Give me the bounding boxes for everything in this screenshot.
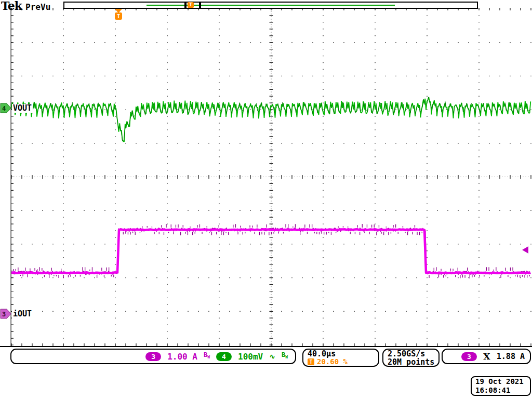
trigger-position-row: T 20.60 % bbox=[308, 358, 348, 366]
trigger-slope-icon: X bbox=[483, 351, 490, 362]
datetime-box: 19 Oct 2021 16:08:41 bbox=[471, 376, 531, 396]
timebase-value: 40.0µs bbox=[308, 350, 336, 358]
ch4-bandwidth-icon: BW bbox=[282, 352, 288, 361]
ch4-position-marker-number: 4 bbox=[2, 105, 6, 112]
date-value: 19 Oct 2021 bbox=[475, 377, 524, 386]
ch4-badge[interactable]: 4 bbox=[216, 352, 232, 361]
acquisition-readout[interactable]: 2.50GS/s 20M points bbox=[382, 349, 440, 367]
acquisition-mode: PreVu bbox=[25, 2, 50, 12]
brand-logo: Tek bbox=[1, 0, 22, 12]
sample-rate-value: 2.50GS/s bbox=[388, 350, 425, 358]
vertical-scale-readout[interactable]: 3 1.00 A BW 4 100mV ∿ BW bbox=[10, 349, 296, 364]
ch4-scale: 100mV bbox=[238, 352, 263, 362]
trigger-readout[interactable]: 3 X 1.88 A bbox=[442, 349, 531, 364]
acquisition-preview-bar[interactable]: T bbox=[63, 2, 478, 9]
ch3-position-marker-number: 3 bbox=[2, 311, 6, 318]
record-length-value: 20M points bbox=[388, 358, 434, 366]
record-extent-line bbox=[147, 5, 395, 6]
trigger-source-badge[interactable]: 3 bbox=[461, 352, 477, 361]
trigger-position-letter: T bbox=[117, 13, 121, 20]
ch3-waveform-label: iOUT bbox=[12, 310, 33, 318]
logo: Tek PreVu bbox=[1, 0, 50, 12]
ch4-waveform-label: VOUT bbox=[12, 104, 33, 113]
readout-separator bbox=[0, 346, 532, 347]
iout-trace-band bbox=[11, 228, 530, 274]
iout-trace-noise bbox=[13, 224, 530, 278]
vout-trace-shade bbox=[11, 97, 530, 141]
trigger-level-arrow[interactable] bbox=[522, 246, 528, 254]
window-bracket-left bbox=[184, 3, 187, 8]
trigger-level-value: 1.88 A bbox=[497, 352, 525, 361]
trigger-position-value: 20.60 % bbox=[317, 358, 348, 366]
trigger-t-icon: T bbox=[308, 358, 314, 365]
ch4-coupling-icon: ∿ bbox=[269, 352, 275, 361]
trigger-position-marker[interactable] bbox=[114, 8, 123, 13]
horizontal-readout[interactable]: 40.0µs T 20.60 % bbox=[302, 349, 379, 367]
scope-display: T43 bbox=[0, 0, 532, 399]
ch3-scale: 1.00 A bbox=[167, 352, 197, 362]
time-value: 16:08:41 bbox=[475, 386, 510, 395]
ch3-badge[interactable]: 3 bbox=[145, 352, 161, 361]
trigger-position-bar-icon: T bbox=[188, 2, 194, 8]
window-bracket-right bbox=[199, 3, 201, 8]
iout-trace bbox=[11, 229, 530, 273]
ch3-bandwidth-icon: BW bbox=[204, 352, 210, 361]
